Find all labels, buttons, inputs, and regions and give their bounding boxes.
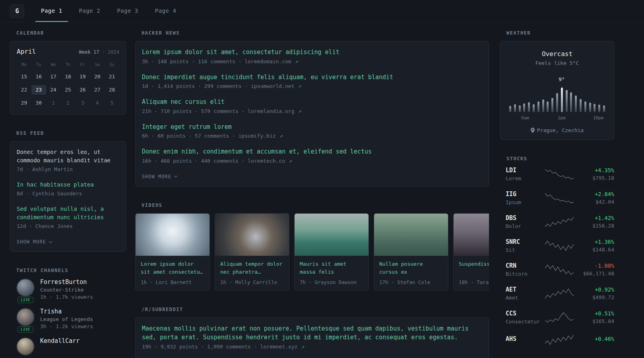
hn-item-link[interactable]: Lorem ipsum dolor sit amet, consectetur … [142,48,482,57]
hn-item-link[interactable]: Integer eget rutrum lorem [142,123,482,132]
external-link-icon[interactable]: ↗ [301,344,305,350]
hn-item-meta: 21h · 710 points · 579 comments · loreml… [142,108,482,114]
hn-item-link[interactable]: Donec imperdiet augue tincidunt felis al… [142,73,482,82]
rss-item-link[interactable]: Sed volutpat nulla nisl, a condimentum n… [17,205,119,222]
rss-show-more-button[interactable]: SHOW MORE [17,239,52,245]
video-body: Aliquam tempor dolor nec pharetra… 1h · … [215,256,289,290]
subreddit-item-link[interactable]: Maecenas mollis pulvinar erat non posuer… [142,324,482,342]
external-link-icon[interactable]: ↗ [298,108,301,114]
app-logo[interactable]: G [10,4,24,18]
stock-ticker: CRN [506,262,542,269]
stock-row[interactable]: LDI Lorem +4.35% $795.18 [506,167,614,181]
video-card[interactable]: Mauris sit amet massa felis 7h · Grayson… [294,213,369,291]
video-meta: 7h · Grayson Dawson [300,279,363,285]
stock-row[interactable]: CRN Bitcorn -1.00% $66,171.48 [506,262,614,277]
twitch-channel-name: KendallCarr [40,337,80,344]
video-thumbnail[interactable] [374,214,448,256]
video-thumbnail[interactable] [295,214,369,256]
rss-item-link[interactable]: In hac habitasse platea [17,181,119,189]
video-card[interactable]: Lorem ipsum dolor sit amet consectetu… 1… [135,213,210,291]
video-title[interactable]: Aliquam tempor dolor nec pharetra… [220,260,284,276]
calendar-year: 2024 [108,49,119,55]
left-column: CALENDAR April Week 17 · 2024 Mo Tu We T… [10,30,126,358]
tab-page-3[interactable]: Page 3 [111,0,144,22]
external-link-icon[interactable]: ↗ [289,158,292,164]
hn-item-meta-text: 1d · 1,414 points · 299 comments · ipsum… [142,83,295,89]
subreddit-item-meta-text: 19h · 9,932 points · 1,090 comments · lo… [142,344,297,350]
hn-item-link[interactable]: Donec enim nibh, condimentum et accumsan… [142,147,482,156]
stock-id: SNRC Sit [506,238,542,253]
twitch-channel-row[interactable]: LIVE ForrestBurton Counter-Strike 1h · 1… [16,278,126,300]
stock-ticker: LDI [506,167,542,174]
day-header: Su [105,62,119,68]
calendar-card: April Week 17 · 2024 Mo Tu We Th Fr Sa S… [10,41,126,115]
video-card[interactable]: Suspendisse diam 18h · Tara [453,213,489,291]
tab-page-1[interactable]: Page 1 [35,0,68,22]
stock-sparkline [542,168,576,180]
stock-id: IIG Ipsum [506,191,542,205]
hn-item: Donec imperdiet augue tincidunt felis al… [142,73,482,90]
weather-widget-title: WEATHER [506,30,614,36]
tab-page-2[interactable]: Page 2 [74,0,106,22]
calendar-week: Week 17 [79,49,99,55]
stock-sparkline [542,334,576,346]
video-meta: 1h · Molly Carrillo [220,279,284,285]
video-title[interactable]: Mauris sit amet massa felis [300,260,363,276]
stock-row[interactable]: DBS Dolor +1.42% $156.28 [506,214,614,229]
video-thumbnail[interactable] [215,214,289,256]
hn-item-meta-text: 3h · 148 points · 116 comments · loremdo… [142,58,291,64]
calendar-day: 21 [105,72,119,82]
video-body: Lorem ipsum dolor sit amet consectetu… 1… [136,256,209,290]
day-header: Th [61,62,76,68]
stock-change: +0.51% [576,310,614,317]
weather-location: Prague, Czechia [507,127,607,133]
hn-item-meta-text: 6h · 60 points · 57 comments · ipsumify.… [142,133,276,139]
avatar [16,308,35,326]
stock-id: AET Amet [506,286,542,301]
stock-sparkline [542,240,576,252]
hn-item-meta: 1d · 1,414 points · 299 comments · ipsum… [142,83,482,89]
calendar-widget-title: CALENDAR [16,30,126,36]
calendar-day-next-month: 3 [75,98,90,108]
hn-show-more-label: SHOW MORE [142,174,171,179]
external-link-icon[interactable]: ↗ [298,83,301,89]
stock-ticker: AHS [506,335,542,342]
video-thumbnail[interactable] [136,214,209,256]
stock-change: +0.46% [576,336,614,342]
calendar-day-next-month: 2 [61,98,76,108]
rss-card: Donec tempor eros leo, ut commodo mauris… [10,141,126,252]
video-title[interactable]: Nullam posuere cursus ex [379,260,443,276]
videos-row: Lorem ipsum dolor sit amet consectetu… 1… [135,213,489,291]
avatar-wrap [16,337,35,356]
stock-sparkline [542,288,576,300]
stock-row[interactable]: AHS +0.46% [506,334,614,346]
calendar-day: 25 [61,85,76,95]
video-card[interactable]: Aliquam tempor dolor nec pharetra… 1h · … [215,213,289,291]
twitch-channel-row[interactable]: LIVE Trisha League of Legends 3h · 1.2k … [16,308,126,329]
stock-sparkline [542,216,576,228]
stock-values: +0.92% $499.72 [576,286,614,300]
stock-values: +1.42% $156.28 [576,215,614,229]
hn-show-more-button[interactable]: SHOW MORE [142,174,177,179]
video-thumbnail[interactable] [454,214,489,256]
external-link-icon[interactable]: ↗ [295,58,299,64]
video-title[interactable]: Lorem ipsum dolor sit amet consectetu… [141,260,204,276]
stock-row[interactable]: SNRC Sit +1.36% $148.64 [506,238,614,253]
twitch-channel-row[interactable]: KendallCarr [16,337,126,356]
stock-ticker: DBS [506,214,542,222]
external-link-icon[interactable]: ↗ [279,133,283,139]
video-title[interactable]: Suspendisse diam [459,260,489,276]
stock-row[interactable]: AET Amet +0.92% $499.72 [506,286,614,301]
stock-row[interactable]: CCS Consectetur +0.51% $165.84 [506,310,614,325]
videos-widget: VIDEOS Lorem ipsum dolor sit amet consec… [135,202,489,291]
stock-name: Lorem [506,175,542,181]
hn-item-link[interactable]: Aliquam nec cursus elit [142,97,482,107]
rss-item: Donec tempor eros leo, ut commodo mauris… [17,148,119,172]
twitch-channel-game: Counter-Strike [40,287,93,293]
stock-row[interactable]: IIG Ipsum +2.84% $42.04 [506,191,614,205]
tab-page-4[interactable]: Page 4 [149,0,182,22]
rss-item-link[interactable]: Donec tempor eros leo, ut commodo mauris… [17,148,119,165]
calendar-day-selected: 23 [31,85,46,95]
video-card[interactable]: Nullam posuere cursus ex 17h · Stefan Co… [374,213,448,291]
stock-id: CRN Bitcorn [506,262,542,277]
